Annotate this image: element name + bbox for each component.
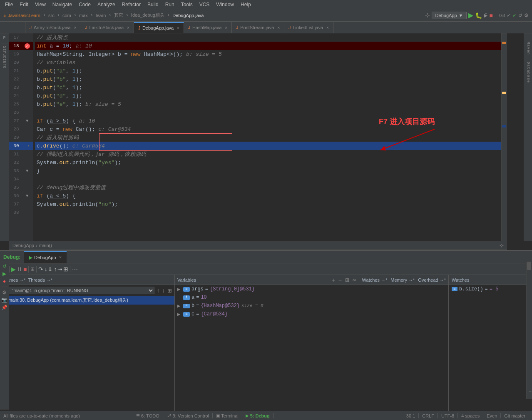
close-arraytostack[interactable]: × [74, 25, 77, 30]
menu-run[interactable]: Run [162, 1, 178, 8]
editor-area[interactable]: 17 18 ✓ 19 20 21 22 23 24 25 26 27▼ [9, 33, 507, 241]
menu-analyze[interactable]: Analyze [94, 1, 119, 8]
close-hashmap[interactable]: × [225, 25, 227, 30]
breadcrumb-debugapp[interactable]: DebugApp [12, 243, 34, 248]
close-debug-tab[interactable]: × [59, 255, 62, 260]
menu-edit[interactable]: Edit [16, 1, 32, 8]
menu-refactor[interactable]: Refactor [119, 1, 144, 8]
debug-camera-side[interactable]: 📷 [1, 297, 7, 303]
breadcrumb-com[interactable]: com [62, 13, 71, 18]
close-debugapp[interactable]: × [177, 26, 179, 30]
status-encoding[interactable]: UTF-8 [438, 413, 457, 418]
panel-resize-handle[interactable]: ⊹ [500, 242, 504, 248]
tab-linkedlist[interactable]: J LinkedList.java × [284, 22, 333, 33]
thread-selector[interactable]: "main"@1 in group "main": RUNNING [8, 287, 154, 294]
maven-tab[interactable]: Maven [526, 42, 530, 55]
tab-printstream[interactable]: J PrintStream.java × [232, 22, 284, 33]
minimize-panel[interactable]: − [529, 389, 532, 395]
breadcrumb-other[interactable]: 其它 [114, 12, 123, 18]
tab-linkttostack[interactable]: J LinkToStack.java × [81, 22, 134, 33]
add-watch[interactable]: + [332, 277, 335, 283]
fold-arrow-27[interactable]: ▼ [26, 119, 28, 123]
stop-button[interactable]: ■ [489, 12, 492, 19]
status-todo[interactable]: ☰ 6: TODO [133, 413, 163, 418]
debug-rerun-side[interactable]: ↺ [2, 263, 7, 269]
status-git[interactable]: Git master [500, 413, 529, 418]
status-line-ending[interactable]: CRLF [418, 413, 438, 418]
status-debug[interactable]: ▶ 5: Debug [242, 413, 273, 418]
settings-button[interactable]: ⚙ [524, 12, 529, 18]
expand-b[interactable]: ▶ [177, 303, 183, 309]
step-into[interactable]: ↓ [44, 266, 47, 272]
copy-value[interactable]: ⊞ [345, 277, 349, 283]
breakpoint-dot[interactable]: ✓ [25, 43, 30, 49]
thread-filter[interactable]: ⊞ [167, 288, 172, 294]
code-content[interactable]: // 进入断点 int a = 10; a: 10 HashMap<String… [33, 33, 501, 241]
expand-c[interactable]: ▶ [177, 311, 183, 318]
menu-build[interactable]: Build [144, 1, 162, 8]
status-terminal[interactable]: ▣ Terminal [212, 413, 242, 418]
project-toggle[interactable]: P [2, 35, 6, 41]
remove-watch[interactable]: − [338, 277, 342, 283]
status-event[interactable]: Even [483, 413, 500, 418]
menu-vcs[interactable]: VCS [196, 1, 213, 8]
git-history-button[interactable]: ↺ [518, 12, 522, 18]
git-update-button[interactable]: ✓ [507, 12, 511, 18]
status-indent[interactable]: 4 spaces [457, 413, 483, 418]
infinity-btn[interactable]: ∞ [353, 277, 356, 283]
tab-arraytostack[interactable]: J ArrayToStack.java × [25, 22, 81, 33]
database-tab[interactable]: Database [526, 62, 530, 83]
status-vcs[interactable]: ⎇ 9: Version Control [163, 413, 212, 418]
step-over[interactable]: ↷ [38, 266, 43, 272]
coverage-button[interactable]: ▶̈ [484, 12, 487, 18]
watch-bsize[interactable]: ≡ b.size() = = 5 [449, 285, 532, 293]
debug-resume-side[interactable]: ▶ [2, 271, 6, 277]
var-b[interactable]: ▶ ≡ b = {HashMap@532} size = 5 [175, 302, 448, 310]
tab-hashmap[interactable]: J HashMap.java × [184, 22, 232, 33]
run-button[interactable]: ▶ [468, 11, 473, 19]
breadcrumb-file[interactable]: DebugApp.java [172, 13, 204, 18]
project-name[interactable]: JavaBasicLearn [8, 13, 40, 18]
pause-button[interactable]: ⏸ [17, 266, 22, 272]
debug-settings-side[interactable]: ⚙ [2, 290, 7, 295]
threads-label[interactable]: Threads →* [28, 278, 53, 282]
thread-down[interactable]: ↓ [162, 288, 165, 294]
var-args[interactable]: ▶ ≡ args = {String[0]@531} [175, 285, 448, 293]
close-printstream[interactable]: × [277, 25, 280, 30]
view-frames[interactable]: ⊞ [30, 266, 35, 272]
stop-debug-button[interactable]: ■ [23, 266, 27, 272]
menu-view[interactable]: View [32, 1, 49, 8]
debug-panel-scrollbar[interactable]: − [526, 262, 532, 399]
breadcrumb-max[interactable]: max [79, 13, 88, 18]
step-into-force[interactable]: ⇓ [48, 266, 53, 272]
menu-window[interactable]: Window [213, 1, 237, 8]
breadcrumb-learn[interactable]: learn [96, 13, 106, 18]
tab-debugapp[interactable]: J DebugApp.java × [134, 22, 184, 33]
debug-tab-debugapp[interactable]: ▶ DebugApp × [24, 251, 67, 263]
frame-item[interactable]: ▶ main:30, DebugApp (com.max.learn.其它.Id… [0, 296, 174, 305]
close-linkedlist[interactable]: × [326, 25, 329, 30]
breadcrumb-src[interactable]: src [48, 13, 55, 18]
debug-run-button[interactable]: 🐛 [475, 12, 482, 19]
git-checkmark-button[interactable]: ✓ [512, 12, 517, 18]
menu-tools[interactable]: Tools [178, 1, 196, 8]
step-out[interactable]: ↑ [54, 266, 57, 272]
menu-help[interactable]: Help [237, 1, 254, 8]
expand-args[interactable]: ▶ [177, 286, 183, 292]
breadcrumb-main[interactable]: main() [39, 243, 52, 248]
run-to-cursor[interactable]: ⇢ [57, 266, 62, 272]
breadcrumb-debug-dir[interactable]: Idea_debug相关 [131, 12, 164, 18]
menu-navigate[interactable]: Navigate [49, 1, 75, 8]
more-options[interactable]: ⋯ [72, 266, 78, 272]
debug-pin-side[interactable]: 📌 [1, 305, 7, 310]
var-a[interactable]: i a = 10 [175, 293, 448, 302]
structure-btn[interactable]: Structure [1, 45, 7, 69]
evaluate-expr[interactable]: ⊞ [63, 266, 68, 272]
resume-button[interactable]: ▶ [11, 266, 16, 272]
menu-code[interactable]: Code [75, 1, 94, 8]
run-config-select[interactable]: DebugApp ▼ [432, 12, 467, 19]
menu-file[interactable]: File [2, 1, 16, 8]
editor-scrollbar[interactable] [501, 33, 507, 241]
thread-up[interactable]: ↑ [157, 288, 160, 294]
close-linktostack[interactable]: × [127, 25, 129, 30]
